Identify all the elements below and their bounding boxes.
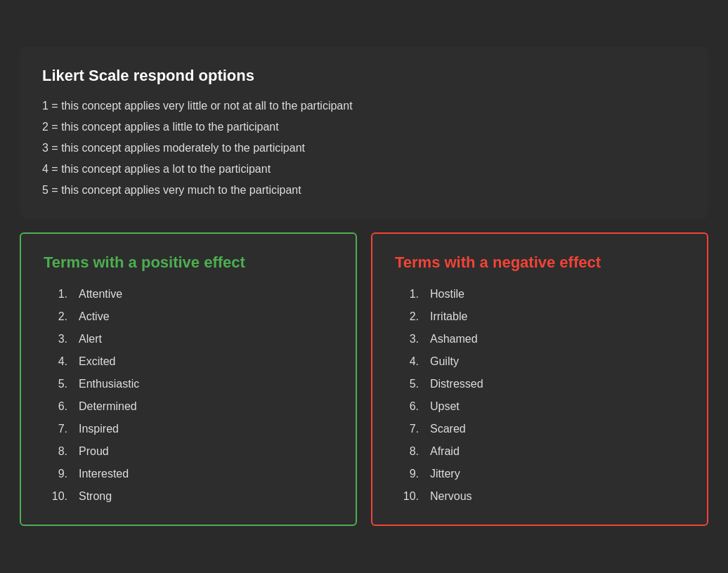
term-number: 8. xyxy=(402,443,419,460)
term-label: Excited xyxy=(79,353,115,370)
term-label: Hostile xyxy=(430,286,464,303)
list-item: 5.Enthusiastic xyxy=(51,376,333,393)
term-label: Afraid xyxy=(430,443,460,460)
term-label: Enthusiastic xyxy=(79,376,139,393)
term-number: 8. xyxy=(51,443,67,460)
page-container: Likert Scale respond options 1 = this co… xyxy=(20,47,708,526)
term-label: Upset xyxy=(430,398,460,415)
list-item: 6.Upset xyxy=(402,398,684,415)
terms-row: Terms with a positive effect 1.Attentive… xyxy=(20,232,708,526)
list-item: 6.Determined xyxy=(51,398,333,415)
negative-terms-title: Terms with a negative effect xyxy=(395,253,684,272)
term-label: Attentive xyxy=(79,286,122,303)
term-number: 9. xyxy=(51,466,67,482)
term-number: 9. xyxy=(402,466,419,482)
positive-terms-title: Terms with a positive effect xyxy=(44,253,333,272)
term-number: 1. xyxy=(51,286,67,303)
term-number: 4. xyxy=(402,353,419,370)
term-number: 6. xyxy=(51,398,67,415)
likert-item: 1 = this concept applies very little or … xyxy=(42,98,686,114)
negative-terms-box: Terms with a negative effect 1.Hostile2.… xyxy=(371,232,708,526)
likert-item: 5 = this concept applies very much to th… xyxy=(42,182,686,199)
term-number: 3. xyxy=(402,331,419,348)
list-item: 2.Active xyxy=(51,308,333,325)
term-label: Guilty xyxy=(430,353,459,370)
list-item: 10.Strong xyxy=(51,488,333,505)
term-number: 4. xyxy=(51,353,67,370)
likert-item: 4 = this concept applies a lot to the pa… xyxy=(42,161,686,178)
term-number: 3. xyxy=(51,331,67,348)
term-label: Active xyxy=(79,308,110,325)
likert-box: Likert Scale respond options 1 = this co… xyxy=(20,47,708,218)
positive-terms-list: 1.Attentive2.Active3.Alert4.Excited5.Ent… xyxy=(44,286,333,505)
term-label: Ashamed xyxy=(430,331,478,348)
term-label: Jittery xyxy=(430,466,460,482)
term-label: Alert xyxy=(79,331,102,348)
term-label: Determined xyxy=(79,398,137,415)
term-label: Distressed xyxy=(430,376,483,393)
term-number: 6. xyxy=(402,398,419,415)
likert-item: 3 = this concept applies moderately to t… xyxy=(42,140,686,157)
list-item: 9.Jittery xyxy=(402,466,684,482)
term-number: 5. xyxy=(51,376,67,393)
list-item: 1.Attentive xyxy=(51,286,333,303)
term-number: 1. xyxy=(402,286,419,303)
list-item: 7.Scared xyxy=(402,421,684,437)
list-item: 7.Inspired xyxy=(51,421,333,437)
likert-title: Likert Scale respond options xyxy=(42,67,686,85)
list-item: 5.Distressed xyxy=(402,376,684,393)
list-item: 3.Ashamed xyxy=(402,331,684,348)
term-number: 2. xyxy=(51,308,67,325)
list-item: 2.Irritable xyxy=(402,308,684,325)
term-label: Proud xyxy=(79,443,109,460)
negative-terms-list: 1.Hostile2.Irritable3.Ashamed4.Guilty5.D… xyxy=(395,286,684,505)
term-label: Inspired xyxy=(79,421,119,437)
term-label: Nervous xyxy=(430,488,472,505)
list-item: 4.Excited xyxy=(51,353,333,370)
term-number: 7. xyxy=(51,421,67,437)
term-number: 7. xyxy=(402,421,419,437)
term-number: 10. xyxy=(51,488,67,505)
likert-items-list: 1 = this concept applies very little or … xyxy=(42,98,686,199)
term-label: Scared xyxy=(430,421,466,437)
likert-item: 2 = this concept applies a little to the… xyxy=(42,119,686,136)
term-number: 10. xyxy=(402,488,419,505)
term-label: Interested xyxy=(79,466,129,482)
list-item: 8.Afraid xyxy=(402,443,684,460)
list-item: 4.Guilty xyxy=(402,353,684,370)
list-item: 8.Proud xyxy=(51,443,333,460)
term-number: 5. xyxy=(402,376,419,393)
list-item: 3.Alert xyxy=(51,331,333,348)
list-item: 1.Hostile xyxy=(402,286,684,303)
term-number: 2. xyxy=(402,308,419,325)
list-item: 10.Nervous xyxy=(402,488,684,505)
list-item: 9.Interested xyxy=(51,466,333,482)
term-label: Strong xyxy=(79,488,112,505)
positive-terms-box: Terms with a positive effect 1.Attentive… xyxy=(20,232,357,526)
term-label: Irritable xyxy=(430,308,467,325)
